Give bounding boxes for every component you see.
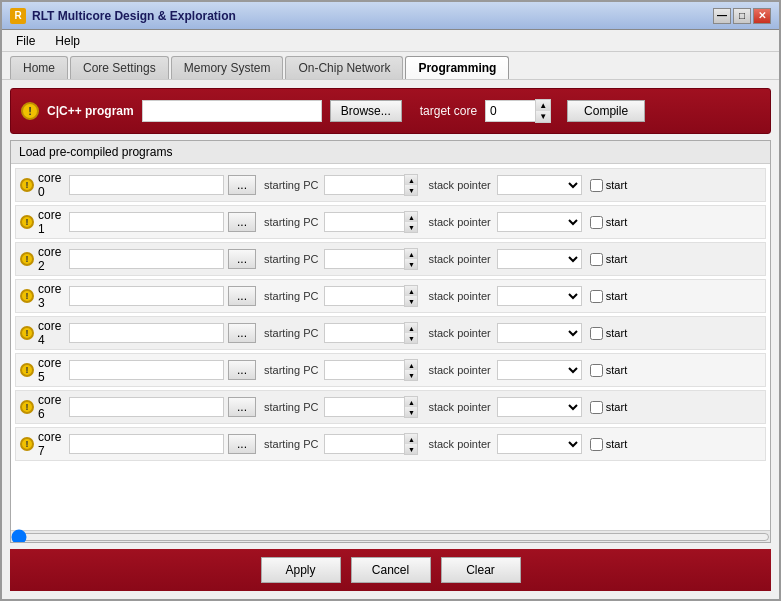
clear-button[interactable]: Clear [441, 557, 521, 583]
core-start-label-6[interactable]: start [606, 401, 627, 413]
core-pc-input-4[interactable] [324, 323, 404, 343]
apply-button[interactable]: Apply [261, 557, 341, 583]
minimize-button[interactable]: — [713, 8, 731, 24]
core-start-checkbox-5[interactable] [590, 364, 603, 377]
core-pc-input-1[interactable] [324, 212, 404, 232]
core-pc-up-1[interactable]: ▲ [405, 212, 417, 222]
core-program-input-0[interactable] [69, 175, 224, 195]
core-program-input-7[interactable] [69, 434, 224, 454]
menu-help[interactable]: Help [45, 32, 90, 50]
close-button[interactable]: ✕ [753, 8, 771, 24]
core-sp-label-6: stack pointer [428, 401, 490, 413]
core-browse-btn-7[interactable]: ... [228, 434, 256, 454]
compile-button[interactable]: Compile [567, 100, 645, 122]
core-sp-select-6[interactable] [497, 397, 582, 417]
core-start-label-3[interactable]: start [606, 290, 627, 302]
core-pc-up-6[interactable]: ▲ [405, 397, 417, 407]
core-pc-up-7[interactable]: ▲ [405, 434, 417, 444]
core-program-input-3[interactable] [69, 286, 224, 306]
core-sp-select-2[interactable] [497, 249, 582, 269]
core-pc-up-2[interactable]: ▲ [405, 249, 417, 259]
core-pc-input-0[interactable] [324, 175, 404, 195]
core-start-checkbox-0[interactable] [590, 179, 603, 192]
core-sp-dropdown-2 [497, 249, 582, 269]
core-program-input-5[interactable] [69, 360, 224, 380]
menu-file[interactable]: File [6, 32, 45, 50]
horizontal-scrollbar[interactable] [11, 532, 770, 542]
target-core-down-btn[interactable]: ▼ [536, 111, 550, 122]
core-program-input-1[interactable] [69, 212, 224, 232]
core-pc-down-5[interactable]: ▼ [405, 370, 417, 380]
tab-memory-system[interactable]: Memory System [171, 56, 284, 79]
core-pc-down-2[interactable]: ▼ [405, 259, 417, 269]
core-start-checkbox-1[interactable] [590, 216, 603, 229]
core-browse-btn-0[interactable]: ... [228, 175, 256, 195]
core-browse-btn-1[interactable]: ... [228, 212, 256, 232]
core-pc-label-2: starting PC [264, 253, 318, 265]
core-sp-select-7[interactable] [497, 434, 582, 454]
core-browse-btn-3[interactable]: ... [228, 286, 256, 306]
core-pc-spinner-btns-1: ▲ ▼ [404, 211, 418, 233]
core-pc-down-3[interactable]: ▼ [405, 296, 417, 306]
core-start-label-0[interactable]: start [606, 179, 627, 191]
panel-body: ! core 0 ... starting PC ▲ ▼ stack point… [11, 164, 770, 530]
core-sp-dropdown-6 [497, 397, 582, 417]
core-pc-input-2[interactable] [324, 249, 404, 269]
tab-programming[interactable]: Programming [405, 56, 509, 79]
core-browse-btn-2[interactable]: ... [228, 249, 256, 269]
core-sp-select-0[interactable] [497, 175, 582, 195]
core-pc-down-7[interactable]: ▼ [405, 444, 417, 454]
core-program-input-4[interactable] [69, 323, 224, 343]
core-browse-btn-4[interactable]: ... [228, 323, 256, 343]
compile-panel: ! C|C++ program Browse... target core ▲ … [10, 88, 771, 134]
core-pc-down-0[interactable]: ▼ [405, 185, 417, 195]
core-pc-down-1[interactable]: ▼ [405, 222, 417, 232]
maximize-button[interactable]: □ [733, 8, 751, 24]
browse-button[interactable]: Browse... [330, 100, 402, 122]
core-start-checkbox-2[interactable] [590, 253, 603, 266]
core-sp-select-5[interactable] [497, 360, 582, 380]
target-core-up-btn[interactable]: ▲ [536, 100, 550, 111]
core-pc-up-3[interactable]: ▲ [405, 286, 417, 296]
core-program-input-6[interactable] [69, 397, 224, 417]
tab-core-settings[interactable]: Core Settings [70, 56, 169, 79]
core-start-label-7[interactable]: start [606, 438, 627, 450]
core-pc-input-3[interactable] [324, 286, 404, 306]
core-start-label-4[interactable]: start [606, 327, 627, 339]
core-name-4: core 4 [38, 319, 65, 347]
core-sp-select-1[interactable] [497, 212, 582, 232]
cancel-button[interactable]: Cancel [351, 557, 431, 583]
core-browse-btn-6[interactable]: ... [228, 397, 256, 417]
core-sp-label-5: stack pointer [428, 364, 490, 376]
core-start-label-2[interactable]: start [606, 253, 627, 265]
core-pc-input-6[interactable] [324, 397, 404, 417]
window-title: RLT Multicore Design & Exploration [32, 9, 236, 23]
core-sp-select-3[interactable] [497, 286, 582, 306]
program-input[interactable] [142, 100, 322, 122]
core-start-checkbox-3[interactable] [590, 290, 603, 303]
core-row-6: ! core 6 ... starting PC ▲ ▼ stack point… [15, 390, 766, 424]
core-browse-btn-5[interactable]: ... [228, 360, 256, 380]
core-pc-label-7: starting PC [264, 438, 318, 450]
core-pc-up-5[interactable]: ▲ [405, 360, 417, 370]
core-pc-up-4[interactable]: ▲ [405, 323, 417, 333]
core-start-label-5[interactable]: start [606, 364, 627, 376]
tab-home[interactable]: Home [10, 56, 68, 79]
core-start-checkbox-4[interactable] [590, 327, 603, 340]
core-pc-input-7[interactable] [324, 434, 404, 454]
tab-on-chip-network[interactable]: On-Chip Network [285, 56, 403, 79]
core-pc-down-6[interactable]: ▼ [405, 407, 417, 417]
core-pc-up-0[interactable]: ▲ [405, 175, 417, 185]
core-program-input-2[interactable] [69, 249, 224, 269]
core-row-0: ! core 0 ... starting PC ▲ ▼ stack point… [15, 168, 766, 202]
core-start-label-1[interactable]: start [606, 216, 627, 228]
core-pc-input-5[interactable] [324, 360, 404, 380]
core-start-checkbox-7[interactable] [590, 438, 603, 451]
core-sp-select-4[interactable] [497, 323, 582, 343]
core-pc-spinner-btns-6: ▲ ▼ [404, 396, 418, 418]
core-pc-spinner-5: ▲ ▼ [324, 359, 418, 381]
core-start-checkbox-6[interactable] [590, 401, 603, 414]
target-core-input[interactable] [485, 100, 535, 122]
content-area: ! C|C++ program Browse... target core ▲ … [2, 80, 779, 599]
core-pc-down-4[interactable]: ▼ [405, 333, 417, 343]
